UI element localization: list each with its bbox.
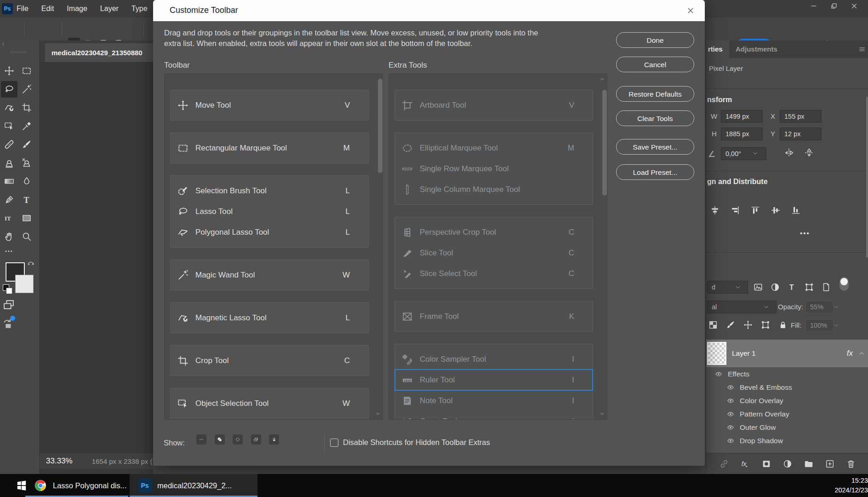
done-button[interactable]: Done <box>616 32 694 48</box>
tool-object-selection[interactable] <box>1 118 17 134</box>
eye-icon[interactable] <box>714 370 724 378</box>
folder-icon[interactable] <box>804 459 814 469</box>
type-filter-icon[interactable]: T <box>787 282 797 292</box>
panel-grip[interactable]: ||||||||||| <box>10 51 29 53</box>
tool-marquee-rect[interactable] <box>18 63 35 79</box>
swap-colors-icon[interactable] <box>27 261 35 270</box>
layer-thumbnail[interactable] <box>707 342 726 365</box>
extra-scrollbar-thumb[interactable] <box>602 90 607 196</box>
tool-item-object-selection-tool[interactable]: Object Selection ToolW <box>171 393 368 414</box>
fill-dropdown-icon[interactable] <box>833 322 839 329</box>
dashed-circle-icon[interactable] <box>233 434 243 445</box>
flip-vertical-icon[interactable] <box>804 147 815 158</box>
artboard-small-icon[interactable] <box>760 320 771 330</box>
tool-blur-tool[interactable] <box>18 173 35 190</box>
cancel-button[interactable]: Cancel <box>616 57 694 72</box>
menu-layer[interactable]: Layer <box>100 5 119 13</box>
shape-frame-icon[interactable] <box>804 282 814 292</box>
align-right-icon[interactable] <box>730 205 740 215</box>
opacity-dropdown-icon[interactable] <box>833 304 839 310</box>
eye-icon[interactable] <box>725 424 736 431</box>
tool-item-note-tool[interactable]: Note ToolI <box>395 390 593 411</box>
default-colors-icon[interactable] <box>3 284 12 294</box>
eye-icon[interactable] <box>725 384 736 391</box>
tool-vertical-type[interactable]: IT <box>1 210 17 226</box>
scroll-up-icon[interactable] <box>600 76 605 82</box>
panel-menu-icon[interactable] <box>858 46 866 53</box>
tool-zoom[interactable] <box>18 228 35 245</box>
adjustment-icon[interactable] <box>782 459 793 469</box>
screen-mode-icon[interactable] <box>2 298 16 311</box>
restore-icon[interactable] <box>830 2 838 10</box>
taskbar-clock[interactable]: 15:23 2024/12/23 <box>807 474 868 497</box>
tool-eyedropper[interactable] <box>18 118 35 134</box>
checker-icon[interactable] <box>708 320 718 330</box>
tool-item-slice-tool[interactable]: Slice ToolC <box>395 243 593 263</box>
tool-move[interactable] <box>1 63 17 79</box>
menu-type[interactable]: Type <box>131 5 148 13</box>
link-icon[interactable] <box>719 459 729 469</box>
panel-scrollbar[interactable] <box>866 97 868 258</box>
tool-clone-stamp[interactable] <box>1 155 17 171</box>
screen-mode-icon[interactable] <box>251 434 261 445</box>
tool-item-lasso-tool[interactable]: Lasso ToolL <box>171 201 368 222</box>
fill-value[interactable]: 100% <box>805 319 834 332</box>
align-bottom-icon[interactable] <box>791 205 801 215</box>
tool-item-count-tool[interactable]: 123Count ToolI <box>395 411 593 420</box>
zoom-level[interactable]: 33.33% <box>46 457 73 466</box>
angle-dropdown-icon[interactable] <box>752 150 759 156</box>
layer-name[interactable]: Layer 1 <box>732 349 756 358</box>
adjustment-icon[interactable] <box>770 282 780 292</box>
tool-item-single-row-marquee-tool[interactable]: Single Row Marquee Tool <box>395 158 593 179</box>
rotate-view-icon[interactable] <box>1 318 14 330</box>
width-field[interactable]: 1499 px <box>721 110 763 123</box>
tool-item-quick-selection-tool[interactable]: Quick Selection ToolW <box>171 414 368 420</box>
minimize-icon[interactable] <box>810 2 817 10</box>
collapse-panel-icon[interactable] <box>1 41 6 47</box>
image-icon[interactable] <box>753 282 763 292</box>
tool-brush[interactable] <box>18 136 35 153</box>
tool-item-selection-brush-tool[interactable]: Selection Brush ToolL <box>171 180 368 201</box>
tool-item-rectangular-marquee-tool[interactable]: Rectangular Marquee ToolM <box>171 138 368 158</box>
effect-row-color-overlay[interactable]: Color Overlay <box>706 394 868 407</box>
background-color-swatch[interactable] <box>15 275 34 293</box>
tool-lasso[interactable] <box>1 81 17 98</box>
lock-icon[interactable] <box>778 320 788 330</box>
angle-field[interactable]: 0,00° <box>721 147 766 160</box>
fx-badge-icon[interactable]: fx <box>740 459 750 469</box>
mask-icon[interactable] <box>761 459 771 469</box>
menu-edit[interactable]: Edit <box>41 5 54 13</box>
dialog-title-bar[interactable]: Customize Toolbar <box>153 0 705 21</box>
tab-properties[interactable]: rties <box>706 40 729 58</box>
toolbar-scrollbar-thumb[interactable] <box>378 79 383 173</box>
tool-magic-wand[interactable] <box>18 81 35 98</box>
tool-pattern-stamp[interactable] <box>18 155 35 171</box>
more-tools-icon[interactable] <box>2 247 16 256</box>
tool-magnetic-lasso[interactable] <box>1 99 17 116</box>
tool-item-elliptical-marquee-tool[interactable]: Elliptical Marquee ToolM <box>395 138 593 158</box>
eye-icon[interactable] <box>725 397 736 405</box>
y-field[interactable]: 12 px <box>780 127 822 140</box>
effect-row-drop-shadow[interactable]: Drop Shadow <box>706 434 868 447</box>
fx-badge[interactable]: fx <box>847 349 853 358</box>
tool-healing[interactable] <box>1 136 17 153</box>
disable-shortcuts-checkbox[interactable] <box>330 439 338 447</box>
eye-icon[interactable] <box>725 410 736 418</box>
tool-item-move-tool[interactable]: Move ToolV <box>171 95 368 116</box>
x-field[interactable]: 155 px <box>780 110 822 123</box>
tool-item-color-sampler-tool[interactable]: Color Sampler ToolI <box>395 349 593 370</box>
scroll-down-icon[interactable] <box>600 411 605 416</box>
tool-item-slice-select-tool[interactable]: Slice Select ToolC <box>395 263 593 284</box>
tool-item-single-column-marquee-tool[interactable]: Single Column Marquee Tool <box>395 179 593 200</box>
effect-row-outer-glow[interactable]: Outer Glow <box>706 421 868 434</box>
tool-item-polygonal-lasso-tool[interactable]: Polygonal Lasso ToolL <box>171 222 368 243</box>
tool-item-perspective-crop-tool[interactable]: Perspective Crop ToolC <box>395 222 593 243</box>
align-top-icon[interactable] <box>750 205 760 215</box>
align-h-center-icon[interactable] <box>771 205 781 215</box>
load-preset-button[interactable]: Load Preset... <box>616 164 694 180</box>
align-v-center-icon[interactable] <box>710 205 720 215</box>
filter-kind-dropdown[interactable]: d <box>707 281 748 294</box>
effect-row-pattern-overlay[interactable]: Pattern Overlay <box>706 407 868 421</box>
tool-item-magic-wand-tool[interactable]: Magic Wand ToolW <box>171 265 368 285</box>
tool-type[interactable]: T <box>18 191 35 208</box>
